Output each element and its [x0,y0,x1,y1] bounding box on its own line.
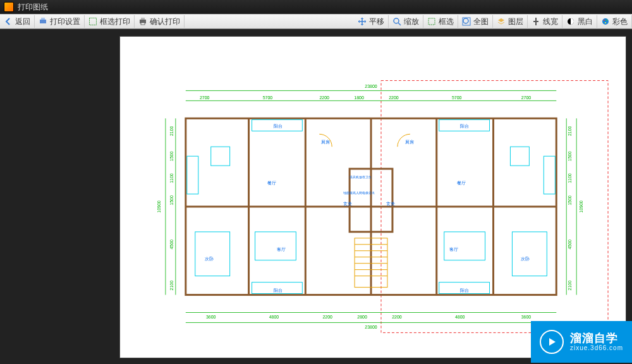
color-label: 彩色 [612,16,628,27]
print-page[interactable]: 阳台 阳台 阳台 阳台 厨房 厨房 餐厅 餐厅 玄关 玄关 客厅 客厅 次卧 次… [120,37,626,358]
dim-left-4: 1500 [169,195,174,205]
confirm-print-label: 确认打印 [150,16,180,27]
dim-right-3: 1100 [568,173,572,183]
pan-button[interactable]: 平移 [354,15,389,28]
watermark-url: zixue.3d66.com [570,344,623,351]
dim-bottom-5: 2200 [392,315,402,319]
svg-point-16 [606,20,607,21]
dim-right-4: 1500 [568,195,572,205]
pan-icon [358,17,367,26]
box-select-icon [427,17,436,26]
dim-left-1: 2100 [169,126,174,136]
layers-icon [497,17,506,26]
dim-bottom-overall: 23800 [365,325,377,329]
box-select-label: 框选 [439,16,454,27]
dim-top-7: 2700 [521,95,532,100]
confirm-print-icon [138,17,147,26]
workspace: 阳台 阳台 阳台 阳台 厨房 厨房 餐厅 餐厅 玄关 玄关 客厅 客厅 次卧 次… [0,29,632,364]
box-select-button[interactable]: 框选 [423,15,458,28]
dim-top-6: 5700 [452,95,462,100]
confirm-print-button[interactable]: 确认打印 [135,15,185,28]
floorplan-drawing: 阳台 阳台 阳台 阳台 厨房 厨房 餐厅 餐厅 玄关 玄关 客厅 客厅 次卧 次… [142,42,621,353]
full-icon [462,17,471,26]
lineweight-icon [532,17,540,26]
dim-bottom-3: 2200 [322,315,332,319]
svg-rect-36 [195,232,230,276]
dim-left-overall: 10900 [157,200,161,213]
dim-left-2: 1500 [169,151,174,161]
room-kitchen-label-2: 厨房 [405,140,414,145]
svg-rect-2 [90,18,97,25]
frame-print-label: 框选打印 [100,16,130,27]
zoom-label: 缩放 [404,16,419,27]
dim-top-2: 5700 [263,95,273,100]
room-entry-label-1: 玄关 [343,202,352,207]
svg-rect-5 [141,23,145,25]
svg-rect-4 [141,18,145,20]
print-settings-icon [39,17,47,26]
svg-rect-41 [510,147,529,166]
titlebar: 打印图纸 [0,0,632,14]
room-dining-label-2: 餐厅 [457,181,466,186]
svg-rect-1 [41,18,45,20]
note-2: 地面限高人两电梯走出 [343,191,375,195]
dim-bottom-2: 4800 [269,315,279,319]
color-button[interactable]: 彩色 [597,15,632,28]
print-settings-button[interactable]: 打印设置 [35,15,85,28]
room-balcony-label-4: 阳台 [460,288,469,293]
frame-select-icon [88,17,97,26]
svg-rect-38 [444,232,485,260]
layers-button[interactable]: 图层 [493,15,528,28]
room-dining-label-1: 餐厅 [267,181,276,186]
svg-rect-8 [428,18,435,25]
dim-right-1: 2100 [568,126,572,136]
color-icon [601,17,610,26]
bw-icon [566,17,575,26]
layers-label: 图层 [508,16,523,27]
back-icon [4,17,13,26]
dim-left-5: 4500 [169,240,174,250]
toolbar: 返回 打印设置 框选打印 确认打印 平移 缩放 框选 全图 [0,14,632,29]
frame-print-button[interactable]: 框选打印 [85,15,135,28]
app-icon [4,2,14,12]
dim-bottom-6: 4800 [455,315,465,319]
bw-label: 黑白 [578,16,593,27]
full-extent-label: 全图 [473,16,489,27]
dim-bottom-1: 3600 [206,315,216,319]
watermark-brand: 溜溜自学 [570,332,623,345]
dim-top-overall: 23800 [365,84,377,88]
window-title: 打印图纸 [18,2,48,13]
lineweight-label: 线宽 [543,16,558,27]
svg-rect-39 [512,232,547,276]
dim-right-5: 4500 [568,240,572,250]
pan-label: 平移 [369,16,384,27]
zoom-button[interactable]: 缩放 [389,15,423,28]
toolbar-left: 返回 打印设置 框选打印 确认打印 [0,15,185,28]
svg-rect-0 [40,20,46,23]
room-living-label-1: 客厅 [277,247,286,252]
svg-point-9 [463,18,468,23]
dim-top-1: 2700 [200,95,210,100]
lineweight-button[interactable]: 线宽 [528,15,562,28]
zoom-icon [392,17,401,26]
svg-point-6 [394,18,399,23]
svg-rect-37 [255,232,296,260]
svg-point-14 [602,18,609,25]
bw-button[interactable]: 黑白 [562,15,597,28]
room-balcony-label-3: 阳台 [274,288,283,293]
dim-left-6: 2100 [169,281,174,291]
full-extent-button[interactable]: 全图 [458,15,493,28]
room-bedroom-label-1: 次卧 [205,257,214,262]
svg-rect-35 [544,156,555,194]
room-balcony-label-1: 阳台 [274,124,283,129]
room-kitchen-label-1: 厨房 [321,140,330,145]
svg-point-15 [604,20,605,21]
back-button[interactable]: 返回 [0,15,35,28]
dim-top-5: 2200 [389,95,399,100]
svg-rect-40 [211,147,230,166]
watermark: 溜溜自学 zixue.3d66.com [531,321,632,363]
back-label: 返回 [15,16,30,27]
dim-top-3: 2200 [319,95,329,100]
dim-right-6: 2100 [568,281,572,291]
svg-line-7 [398,23,401,25]
